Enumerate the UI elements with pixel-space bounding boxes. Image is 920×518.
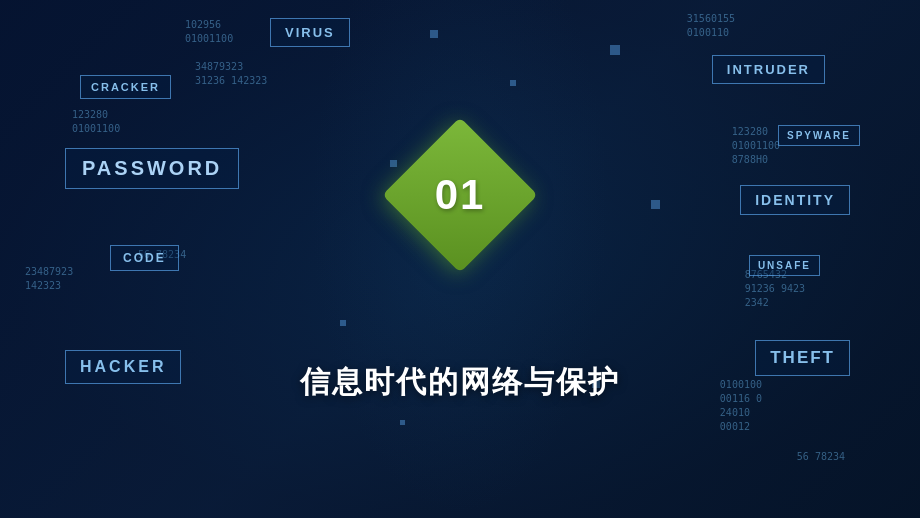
diamond-container: 01 bbox=[405, 140, 515, 250]
pixel-dot bbox=[430, 30, 438, 38]
slide-number: 01 bbox=[435, 171, 486, 219]
scatter-numbers: 3487932331236 142323 bbox=[195, 60, 267, 88]
scatter-numbers: 12328001001100 bbox=[72, 108, 120, 136]
hacker-label: HACKER bbox=[65, 350, 181, 384]
theft-label: THEFT bbox=[755, 340, 850, 376]
pixel-dot bbox=[510, 80, 516, 86]
password-label: PASSWORD bbox=[65, 148, 239, 189]
scatter-numbers: 56 78234 bbox=[797, 450, 845, 464]
scatter-numbers: 23487923142323 bbox=[25, 265, 73, 293]
main-title-text: 信息时代的网络与保护 bbox=[300, 365, 620, 398]
code-label: CODE bbox=[110, 245, 179, 271]
virus-label: VIRUS bbox=[270, 18, 350, 47]
spyware-label: SPYWARE bbox=[778, 125, 860, 146]
unsafe-label: UNSAFE bbox=[749, 255, 820, 276]
slide: 10295601001100 315601550100110 348793233… bbox=[0, 0, 920, 518]
cracker-label: CRACKER bbox=[80, 75, 171, 99]
pixel-dot bbox=[400, 420, 405, 425]
identity-label: IDENTITY bbox=[740, 185, 850, 215]
scatter-numbers: 010010000116 02401000012 bbox=[720, 378, 762, 434]
scatter-numbers: 123280010011008788H0 bbox=[732, 125, 780, 167]
scatter-numbers: 10295601001100 bbox=[185, 18, 233, 46]
pixel-dot bbox=[390, 160, 397, 167]
intruder-label: INTRUDER bbox=[712, 55, 825, 84]
scatter-numbers: 315601550100110 bbox=[687, 12, 735, 40]
pixel-dot bbox=[340, 320, 346, 326]
main-title-container: 信息时代的网络与保护 bbox=[300, 362, 620, 403]
pixel-dot bbox=[610, 45, 620, 55]
pixel-dot bbox=[651, 200, 660, 209]
